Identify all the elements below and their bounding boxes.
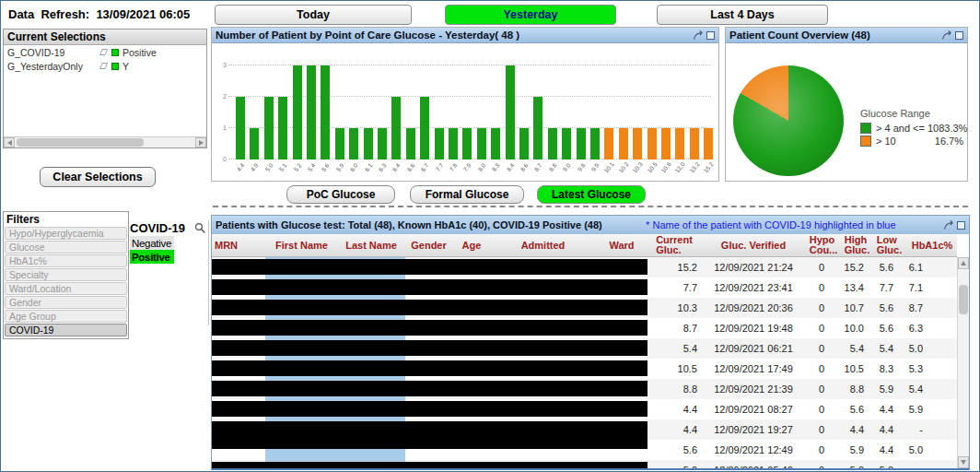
glucose-button-latest-glucose[interactable]: Latest Glucose [537, 185, 646, 204]
cell-hba1c: 5.0 [888, 338, 923, 359]
bar-7.9[interactable] [462, 128, 472, 159]
table-row[interactable]: 15.212/09/2021 21:24015.25.66.1 [212, 257, 957, 277]
clear-selections-button[interactable]: Clear Selections [40, 167, 156, 187]
bar-5.1[interactable] [278, 97, 287, 159]
filter-item-age-group[interactable]: Age Group [5, 310, 127, 323]
filter-item-hypo-hyperglycaemia[interactable]: Hypo/Hyperglycaemia [5, 227, 127, 240]
table-row[interactable]: 8.712/09/2021 19:48010.05.66.3 [212, 318, 957, 338]
bar-5.2[interactable] [293, 65, 302, 159]
bar-8.7[interactable] [533, 97, 542, 159]
bar-6.3[interactable] [378, 128, 387, 159]
column-header-hba1c[interactable]: HbA1c% [905, 234, 959, 256]
scroll-down-button[interactable] [958, 456, 969, 468]
maximize-icon[interactable] [706, 31, 715, 40]
filter-item-hba1c[interactable]: HbA1c% [5, 254, 127, 267]
bar-10.5[interactable] [648, 128, 657, 159]
column-header-first-name[interactable]: First Name [265, 234, 338, 256]
redacted-patient-identifiers [212, 259, 648, 275]
redacted-patient-identifiers [212, 300, 648, 315]
glucose-button-poc-glucose[interactable]: PoC Glucose [286, 185, 395, 204]
lasso-select-icon[interactable] [941, 30, 952, 41]
table-row[interactable]: 5.412/09/2021 06:2105.45.45.0 [212, 338, 957, 359]
lasso-select-icon[interactable] [943, 219, 954, 230]
bar-10.8[interactable] [661, 128, 671, 159]
bar-9.0[interactable] [562, 128, 571, 159]
covid-option-positive[interactable]: Positive [130, 250, 174, 264]
selections-horizontal-scrollbar[interactable] [4, 136, 206, 148]
table-row[interactable]: 7.712/09/2021 23:41013.47.77.1 [212, 277, 957, 298]
glucose-button-formal-glucose[interactable]: Formal Glucose [410, 185, 524, 204]
lasso-select-icon[interactable] [693, 30, 704, 41]
scroll-right-button[interactable] [195, 137, 206, 148]
scrollbar-thumb[interactable] [959, 285, 968, 314]
column-header-high[interactable]: High Gluc. [841, 234, 873, 256]
bar-5.9[interactable] [335, 128, 344, 159]
covid-option-negative[interactable]: Negative [130, 236, 174, 250]
maximize-icon[interactable] [957, 221, 965, 230]
column-header-low[interactable]: Low Gluc. [873, 234, 905, 256]
column-header-last-name[interactable]: Last Name [338, 234, 404, 256]
bar-15.2[interactable] [704, 128, 713, 159]
table-row[interactable]: 10.512/09/2021 17:49010.58.35.3 [212, 359, 957, 379]
bar-5.0[interactable] [264, 97, 274, 159]
bar-8.0[interactable] [477, 128, 486, 159]
bar-10.3[interactable] [633, 128, 642, 159]
bar-12.0[interactable] [675, 128, 684, 159]
legend-entry-10[interactable]: > 1016.7% [860, 135, 963, 148]
bar-7.7[interactable] [435, 128, 444, 159]
scroll-up-button[interactable] [958, 257, 969, 269]
column-header-age[interactable]: Age [453, 234, 490, 256]
maximize-icon[interactable] [955, 31, 963, 40]
bar-6.6[interactable] [406, 128, 415, 159]
table-vertical-scrollbar[interactable] [957, 257, 969, 468]
date-button-last-4-days[interactable]: Last 4 Days [657, 5, 828, 25]
redacted-patient-identifiers [212, 462, 648, 468]
filter-item-glucose[interactable]: Glucose [5, 241, 127, 254]
bar-9.9[interactable] [590, 128, 600, 159]
search-icon[interactable] [194, 222, 206, 234]
bar-4.9[interactable] [250, 128, 259, 159]
bar-6.0[interactable] [349, 128, 358, 159]
bar-5.4[interactable] [307, 65, 316, 159]
column-header-admitted[interactable]: Admitted [490, 234, 596, 256]
eraser-icon[interactable] [98, 48, 109, 56]
scroll-left-button[interactable] [4, 137, 15, 148]
bar-9.8[interactable] [577, 128, 586, 159]
bar-5.6[interactable] [321, 65, 330, 159]
filter-item-ward-location[interactable]: Ward/Location [5, 282, 127, 295]
selected-value-indicator [111, 63, 119, 70]
bar-8.4[interactable] [506, 65, 515, 159]
column-header-gender[interactable]: Gender [404, 234, 453, 256]
date-button-today[interactable]: Today [215, 5, 412, 25]
table-row[interactable]: 5.012/09/2021 05:4005.05.0 [212, 460, 957, 468]
bar-7.8[interactable] [449, 128, 458, 159]
bar-6.7[interactable] [420, 97, 429, 159]
filter-item-gender[interactable]: Gender [5, 296, 127, 309]
current-selections-header: Current Selections [4, 30, 206, 45]
eraser-icon[interactable] [98, 62, 109, 70]
bar-8.8[interactable] [548, 128, 557, 159]
table-row[interactable]: 10.312/09/2021 20:36010.75.68.7 [212, 298, 957, 318]
bar-8.6[interactable] [519, 128, 529, 159]
pie-chart[interactable] [733, 65, 844, 176]
table-row[interactable]: 4.412/09/2021 08:2705.64.45.9 [212, 399, 957, 419]
bar-10.2[interactable] [619, 128, 628, 159]
column-header-hypo[interactable]: Hypo Cou... [806, 234, 841, 256]
bar-4.4[interactable] [236, 97, 245, 159]
column-header-gluc-verified[interactable]: Gluc. Verified [701, 234, 806, 256]
column-header-mrn[interactable]: MRN [212, 234, 265, 256]
legend-entry-4-and-10[interactable]: > 4 and <= 1083.3% [860, 122, 963, 135]
bar-6.1[interactable] [364, 128, 373, 159]
scrollbar-thumb[interactable] [17, 138, 144, 147]
column-header-current[interactable]: Current Gluc. [648, 234, 701, 256]
table-row[interactable]: 4.412/09/2021 19:2704.44.4- [212, 419, 957, 440]
filter-item-covid-19[interactable]: COVID-19 [5, 324, 127, 336]
bar-6.4[interactable] [391, 97, 401, 159]
date-button-yesterday[interactable]: Yesterday [445, 5, 616, 25]
bar-8.3[interactable] [491, 128, 500, 159]
bar-10.1[interactable] [604, 128, 613, 159]
table-row[interactable]: 8.812/09/2021 21:3908.85.95.4 [212, 379, 957, 399]
filter-item-specialty[interactable]: Specialty [5, 268, 127, 281]
column-header-ward[interactable]: Ward [596, 234, 648, 256]
bar-13.2[interactable] [690, 128, 699, 159]
